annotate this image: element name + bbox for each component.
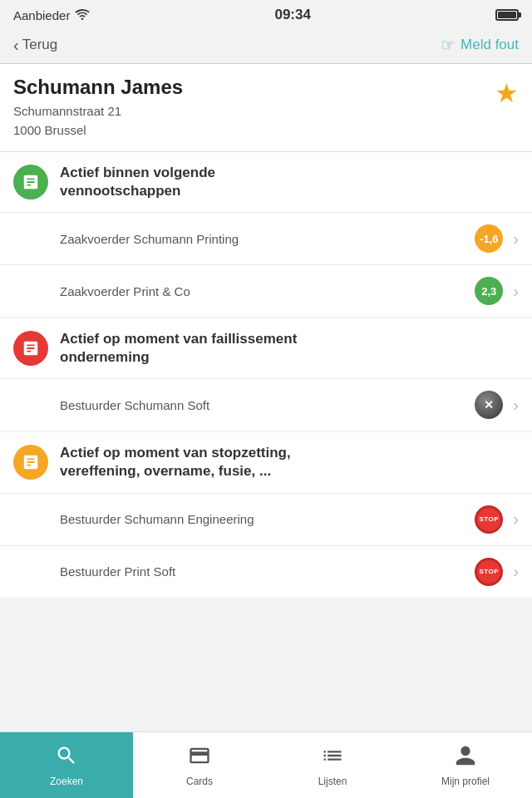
tab-profiel-label: Mijn profiel	[441, 776, 490, 787]
back-button[interactable]: ‹ Terug	[13, 36, 57, 55]
section-stopped-icon	[13, 445, 48, 480]
tab-profiel[interactable]: Mijn profiel	[399, 732, 532, 798]
address-line2: 1000 Brussel	[13, 123, 86, 137]
list-item[interactable]: Bestuurder Schumann Soft ›	[0, 378, 532, 431]
tab-zoeken-label: Zoeken	[50, 776, 83, 787]
tab-bar: Zoeken Cards Lijsten Mijn profiel	[0, 732, 532, 798]
item-label: Zaakvoerder Schumann Printing	[60, 232, 475, 246]
person-info: Schumann James Schumannstraat 21 1000 Br…	[13, 76, 183, 140]
chevron-right-icon: ›	[513, 396, 519, 415]
report-icon: ☞	[441, 35, 456, 55]
item-right: 2,3 ›	[475, 277, 519, 305]
item-right: -1,6 ›	[475, 224, 519, 253]
list-item[interactable]: Zaakvoerder Print & Co 2,3 ›	[0, 264, 532, 317]
item-label: Zaakvoerder Print & Co	[60, 284, 475, 298]
score-badge	[475, 391, 503, 419]
section-active-title: Actief binnen volgendevennootschappen	[60, 164, 215, 200]
score-badge: -1,6	[475, 224, 503, 253]
time-display: 09:34	[274, 7, 310, 23]
chevron-right-icon: ›	[513, 282, 519, 301]
item-right: STOP ›	[475, 505, 519, 534]
item-right: STOP ›	[475, 558, 519, 586]
back-label: Terug	[22, 37, 58, 53]
section-stopped: Actief op moment van stopzetting,vereffe…	[0, 432, 532, 597]
tab-zoeken[interactable]: Zoeken	[0, 732, 133, 798]
search-icon	[55, 744, 78, 772]
section-bankrupt-header: Actief op moment van faillissementondern…	[0, 318, 532, 378]
report-button[interactable]: ☞ Meld fout	[441, 35, 519, 55]
content-area: Actief binnen volgendevennootschappen Za…	[0, 152, 532, 666]
person-name: Schumann James	[13, 76, 183, 99]
status-bar: Aanbieder 09:34	[0, 0, 532, 27]
tab-lijsten-label: Lijsten	[318, 776, 347, 787]
list-item[interactable]: Bestuurder Print Soft STOP ›	[0, 545, 532, 598]
item-label: Bestuurder Print Soft	[60, 564, 475, 579]
battery-icon	[495, 9, 519, 21]
score-badge: 2,3	[475, 277, 503, 305]
tab-cards[interactable]: Cards	[133, 732, 266, 798]
sections-list: Actief binnen volgendevennootschappen Za…	[0, 152, 532, 598]
person-address: Schumannstraat 21 1000 Brussel	[13, 102, 183, 140]
wifi-icon	[75, 8, 90, 22]
carrier-wifi: Aanbieder	[13, 8, 90, 22]
profile-icon	[454, 744, 477, 772]
section-bankrupt: Actief op moment van faillissementondern…	[0, 318, 532, 431]
list-item[interactable]: Zaakvoerder Schumann Printing -1,6 ›	[0, 212, 532, 264]
list-item[interactable]: Bestuurder Schumann Engineering STOP ›	[0, 493, 532, 545]
section-active-header: Actief binnen volgendevennootschappen	[0, 152, 532, 212]
item-label: Bestuurder Schumann Engineering	[60, 512, 475, 526]
chevron-right-icon: ›	[513, 562, 519, 581]
score-badge: STOP	[475, 558, 503, 586]
section-stopped-header: Actief op moment van stopzetting,vereffe…	[0, 432, 532, 492]
chevron-right-icon: ›	[513, 510, 519, 529]
score-badge: STOP	[475, 505, 503, 534]
cards-icon	[188, 744, 211, 772]
section-stopped-title: Actief op moment van stopzetting,vereffe…	[60, 444, 291, 480]
address-line1: Schumannstraat 21	[13, 104, 121, 118]
section-bankrupt-icon	[13, 331, 48, 366]
carrier-label: Aanbieder	[13, 8, 70, 22]
back-chevron-icon: ‹	[13, 36, 19, 55]
tab-cards-label: Cards	[186, 776, 213, 787]
item-label: Bestuurder Schumann Soft	[60, 398, 475, 412]
chevron-right-icon: ›	[513, 229, 519, 249]
section-active-icon	[13, 165, 48, 200]
section-active: Actief binnen volgendevennootschappen Za…	[0, 152, 532, 317]
report-label: Meld fout	[461, 37, 519, 53]
lists-icon	[321, 744, 344, 772]
section-bankrupt-title: Actief op moment van faillissementondern…	[60, 330, 297, 367]
tab-lijsten[interactable]: Lijsten	[266, 732, 399, 798]
item-right: ›	[475, 391, 519, 419]
battery-area	[495, 9, 519, 21]
nav-bar: ‹ Terug ☞ Meld fout	[0, 27, 532, 64]
person-header: Schumann James Schumannstraat 21 1000 Br…	[0, 64, 532, 152]
favorite-star-icon[interactable]: ★	[495, 77, 519, 109]
